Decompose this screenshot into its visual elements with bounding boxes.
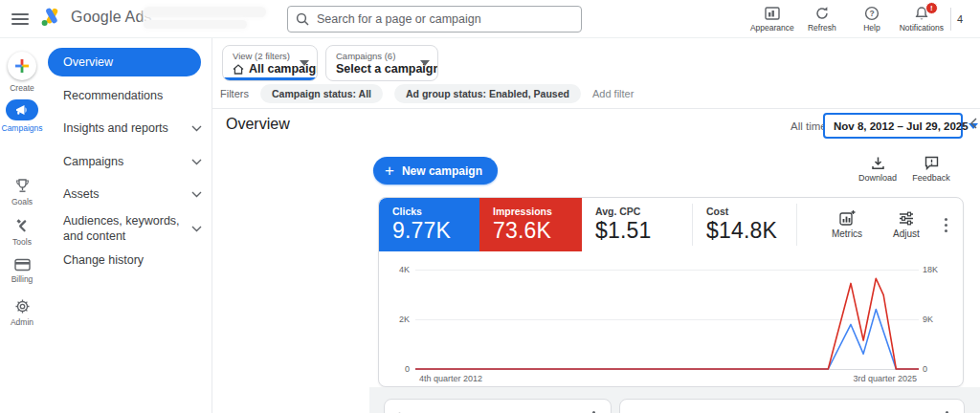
- card-overflow-menu-icon[interactable]: [939, 212, 953, 238]
- topbar-divider: [950, 8, 951, 31]
- y-axis-right-tick: 0: [921, 364, 959, 374]
- chart-plot-area: [415, 270, 919, 369]
- filter-chip-ad-group-status[interactable]: Ad group status: Enabled, Paused: [394, 84, 581, 103]
- download-button[interactable]: Download: [850, 156, 905, 183]
- date-range-label: All time: [791, 120, 827, 132]
- google-ads-app: Google Ads Appearance Refresh: [0, 0, 980, 413]
- filters-label: Filters: [220, 88, 249, 99]
- add-filter-button[interactable]: Add filter: [592, 88, 634, 99]
- feedback-button[interactable]: Feedback: [903, 156, 959, 183]
- rail-label-tools: Tools: [12, 237, 32, 247]
- rail-label-create: Create: [10, 83, 34, 93]
- search-input[interactable]: [317, 12, 573, 26]
- nav-item-campaigns[interactable]: Campaigns: [63, 154, 202, 169]
- redacted-account-name: [144, 7, 266, 17]
- tools-icon: [14, 218, 31, 234]
- goals-trophy-icon: [14, 178, 31, 194]
- nav-recommendations-label: Recommendations: [63, 88, 163, 103]
- download-label: Download: [858, 173, 897, 183]
- refresh-label: Refresh: [808, 23, 836, 33]
- scorecard-cost[interactable]: Cost $14.8K: [693, 198, 796, 251]
- new-campaign-button[interactable]: + New campaign: [373, 157, 498, 185]
- clicks-value: 9.77K: [392, 218, 479, 244]
- date-range-picker[interactable]: Nov 8, 2012 – Jul 29, 2025: [823, 113, 963, 139]
- nav-item-audiences-keywords-content[interactable]: Audiences, keywords, and content: [63, 213, 202, 245]
- nav-item-change-history[interactable]: Change history: [63, 252, 202, 268]
- nav-item-recommendations[interactable]: Recommendations: [63, 88, 202, 103]
- rail-item-tools[interactable]: Tools: [0, 218, 44, 247]
- nav-change-history-label: Change history: [63, 252, 144, 268]
- card-overflow-menu-icon[interactable]: [587, 405, 601, 413]
- help-button[interactable]: ? Help: [847, 0, 897, 38]
- brand-name: Google Ads: [71, 9, 152, 26]
- chart-series-svg: [415, 270, 919, 369]
- rail-label-billing: Billing: [11, 274, 33, 284]
- filters-bar: Filters Campaign status: All Ad group st…: [220, 84, 634, 103]
- scorecard-avg-cpc[interactable]: Avg. CPC $1.51: [582, 198, 692, 251]
- nav-campaigns-label: Campaigns: [63, 154, 123, 169]
- filter-chip-campaign-status[interactable]: Campaign status: All: [260, 84, 383, 103]
- rail-item-create[interactable]: Create: [0, 52, 44, 93]
- rail-item-admin[interactable]: Admin: [0, 298, 44, 327]
- overview-chart[interactable]: 4K 2K 0 18K 9K 0 4th quarter 2012 3rd qu…: [379, 251, 963, 386]
- notifications-label: Notifications: [900, 23, 944, 33]
- rail-item-goals[interactable]: Goals: [0, 178, 44, 206]
- y-axis-right-tick: 9K: [921, 315, 959, 324]
- rail-item-campaigns[interactable]: Campaigns: [0, 99, 44, 133]
- campaign-selector-label: Campaigns (6): [336, 51, 412, 61]
- feedback-icon: [924, 156, 939, 170]
- brand[interactable]: Google Ads: [40, 7, 152, 28]
- home-icon: [233, 64, 244, 75]
- metrics-button[interactable]: Metrics: [820, 210, 874, 239]
- rail-label-goals: Goals: [11, 197, 33, 206]
- refresh-button[interactable]: Refresh: [797, 0, 847, 38]
- y-axis-left-tick: 2K: [379, 315, 410, 324]
- adjust-sliders-icon: [899, 211, 914, 226]
- create-plus-icon: [8, 52, 36, 80]
- admin-gear-icon: [14, 298, 31, 315]
- nav-audiences-label: Audiences, keywords, and content: [63, 213, 188, 245]
- scorecard-actions: Metrics Adjust: [797, 198, 963, 251]
- impressions-label: Impressions: [493, 206, 582, 217]
- scorecard-impressions[interactable]: Impressions 73.6K: [479, 198, 582, 251]
- icon-rail: Create Campaigns Goals Tools Billing: [0, 38, 44, 413]
- adjust-label: Adjust: [893, 228, 920, 239]
- card-overflow-menu-icon[interactable]: [940, 405, 954, 413]
- scorecard-clicks[interactable]: Clicks 9.77K: [379, 198, 479, 251]
- new-campaign-label: New campaign: [402, 164, 482, 178]
- plus-icon: +: [385, 162, 394, 181]
- refresh-icon: [814, 6, 830, 21]
- metrics-icon: [839, 210, 856, 226]
- appearance-button[interactable]: Appearance: [747, 0, 797, 38]
- header-divider: [212, 108, 980, 109]
- chevron-down-icon: [191, 226, 202, 232]
- feedback-label: Feedback: [912, 173, 950, 183]
- nav-item-insights-and-reports[interactable]: Insights and reports: [63, 120, 202, 136]
- rail-item-billing[interactable]: Billing: [0, 258, 44, 284]
- adjust-button[interactable]: Adjust: [880, 211, 933, 239]
- nav-assets-label: Assets: [63, 186, 100, 202]
- campaigns-card[interactable]: Campaigns: [619, 399, 965, 413]
- redacted-account-id: [144, 20, 247, 29]
- notifications-button[interactable]: ! Notifications: [897, 0, 947, 38]
- top-app-bar: Google Ads Appearance Refresh: [0, 0, 980, 38]
- nav-item-assets[interactable]: Assets: [63, 186, 202, 202]
- global-search[interactable]: [287, 6, 582, 33]
- dropdown-caret-icon: [300, 60, 309, 66]
- collapse-panel-chevron-icon[interactable]: [969, 118, 977, 129]
- date-range-value: Nov 8, 2012 – Jul 29, 2025: [834, 120, 969, 132]
- section-nav: Overview Recommendations Insights and re…: [44, 38, 212, 413]
- help-icon: ?: [864, 6, 880, 21]
- help-label: Help: [863, 23, 880, 33]
- overview-summary-card: Clicks 9.77K Impressions 73.6K Avg. CPC …: [378, 197, 964, 387]
- recommendation-card[interactable]: Recommendation: [384, 399, 612, 413]
- scorecard-row: Clicks 9.77K Impressions 73.6K Avg. CPC …: [379, 198, 963, 251]
- main-menu-icon[interactable]: [11, 11, 29, 28]
- notifications-badge: !: [925, 2, 938, 14]
- x-axis-right-label: 3rd quarter 2025: [853, 374, 917, 383]
- appearance-icon: [765, 6, 780, 21]
- nav-item-overview[interactable]: Overview: [48, 48, 201, 76]
- view-selector[interactable]: View (2 filters) All campaigns: [222, 45, 318, 81]
- appearance-label: Appearance: [750, 23, 794, 33]
- campaign-selector[interactable]: Campaigns (6) Select a campaign: [325, 45, 438, 81]
